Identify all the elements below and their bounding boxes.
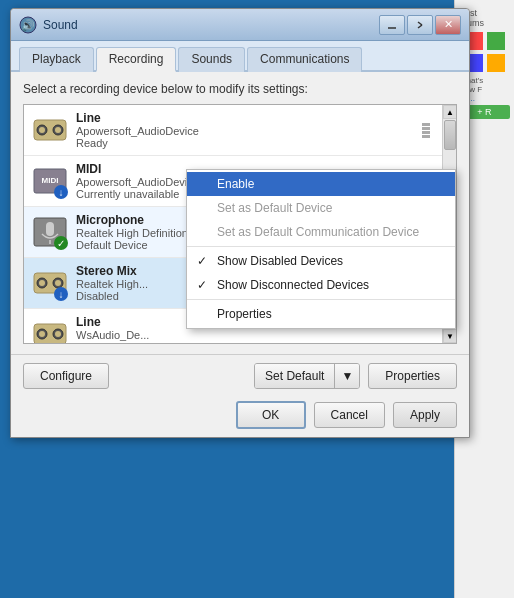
device-icon-stereomix: ↓ [32, 265, 68, 301]
svg-rect-3 [487, 54, 505, 72]
device-status-line1: Ready [76, 137, 422, 149]
dialog-title: Sound [43, 18, 379, 32]
sound-icon: 🔊 [19, 16, 37, 34]
device-info-line1: Line Apowersoft_AudioDevice Ready [76, 111, 422, 149]
scroll-up-button[interactable]: ▲ [443, 105, 457, 119]
device-icon-line2 [32, 316, 68, 344]
dialog-content: Select a recording device below to modif… [11, 72, 469, 354]
svg-line-8 [418, 25, 422, 28]
microphone-status-badge: ✓ [54, 236, 68, 250]
tab-recording[interactable]: Recording [96, 47, 177, 72]
configure-button[interactable]: Configure [23, 363, 109, 389]
bottom-bar-2: OK Cancel Apply [11, 397, 469, 437]
svg-point-11 [39, 127, 45, 133]
instruction-text: Select a recording device below to modif… [23, 82, 457, 96]
device-icon-midi1: MIDI ↓ [32, 163, 68, 199]
tab-playback[interactable]: Playback [19, 47, 94, 72]
apply-button[interactable]: Apply [393, 402, 457, 428]
context-menu: Enable Set as Default Device Set as Defa… [186, 169, 456, 329]
windows-logo-icon [465, 32, 505, 72]
context-menu-item-show-disconnected[interactable]: Show Disconnected Devices [187, 273, 455, 297]
device-icon-line1 [32, 112, 68, 148]
svg-text:MIDI: MIDI [42, 176, 59, 185]
device-driver-line2: WsAudio_De... [76, 329, 432, 341]
svg-point-23 [55, 280, 61, 286]
titlebar: 🔊 Sound ✕ [11, 9, 469, 41]
svg-text:🔊: 🔊 [21, 18, 35, 32]
device-driver-line1: Apowersoft_AudioDevice [76, 125, 422, 137]
context-menu-item-enable[interactable]: Enable [187, 172, 455, 196]
svg-point-13 [55, 127, 61, 133]
context-menu-item-properties[interactable]: Properties [187, 302, 455, 326]
titlebar-extra-button[interactable] [407, 15, 433, 35]
context-separator-2 [187, 299, 455, 300]
svg-rect-17 [46, 222, 54, 236]
scroll-thumb[interactable] [444, 120, 456, 150]
level-bars-line1 [422, 123, 430, 138]
svg-point-21 [39, 280, 45, 286]
ok-button[interactable]: OK [236, 401, 306, 429]
close-button[interactable]: ✕ [435, 15, 461, 35]
context-menu-item-set-default-comm[interactable]: Set as Default Communication Device [187, 220, 455, 244]
context-separator-1 [187, 246, 455, 247]
set-default-main-button[interactable]: Set Default [255, 364, 334, 388]
cancel-button[interactable]: Cancel [314, 402, 385, 428]
set-default-dropdown-button[interactable]: ▼ [334, 364, 359, 388]
svg-point-26 [39, 331, 45, 337]
midi1-status-badge: ↓ [54, 185, 68, 199]
svg-point-28 [55, 331, 61, 337]
tab-sounds[interactable]: Sounds [178, 47, 245, 72]
device-item-line1[interactable]: Line Apowersoft_AudioDevice Ready [24, 105, 456, 156]
device-icon-microphone: ✓ [32, 214, 68, 250]
titlebar-controls: ✕ [379, 15, 461, 35]
tab-bar: Playback Recording Sounds Communications [11, 41, 469, 72]
minimize-button[interactable] [379, 15, 405, 35]
scroll-down-button[interactable]: ▼ [443, 329, 457, 343]
properties-button[interactable]: Properties [368, 363, 457, 389]
set-default-button-group: Set Default ▼ [254, 363, 360, 389]
stereomix-status-badge: ↓ [54, 287, 68, 301]
bottom-bar-1: Configure Set Default ▼ Properties [11, 354, 469, 397]
tab-communications[interactable]: Communications [247, 47, 362, 72]
svg-rect-1 [487, 32, 505, 50]
sound-dialog: 🔊 Sound ✕ Playback Recording Sounds Comm… [10, 8, 470, 438]
device-status-line2: Ready [76, 341, 432, 344]
context-menu-item-show-disabled[interactable]: Show Disabled Devices [187, 249, 455, 273]
context-menu-item-set-default[interactable]: Set as Default Device [187, 196, 455, 220]
device-name-line1: Line [76, 111, 422, 125]
